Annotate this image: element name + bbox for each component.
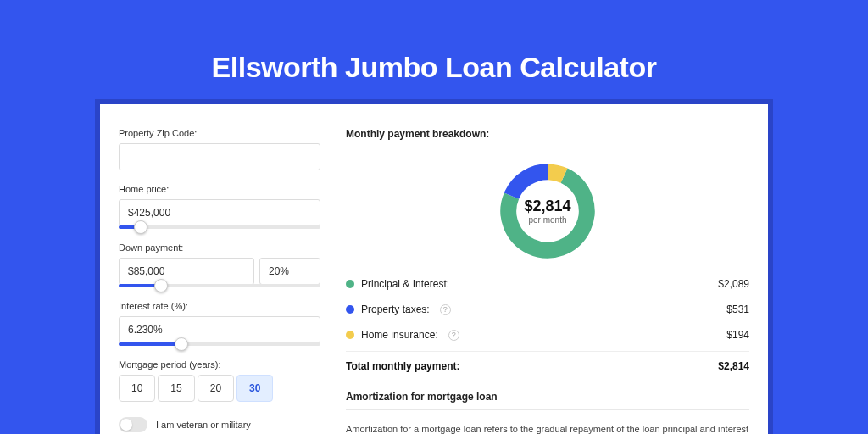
down-payment-pct-input[interactable] bbox=[259, 258, 320, 285]
interest-slider[interactable] bbox=[119, 342, 320, 346]
period-btn-10[interactable]: 10 bbox=[119, 375, 155, 402]
home-price-input[interactable] bbox=[119, 199, 320, 226]
donut-wrap: $2,814 per month bbox=[346, 159, 749, 263]
dot-blue-icon bbox=[346, 305, 354, 314]
down-payment-group: Down payment: bbox=[119, 242, 320, 287]
down-payment-slider-thumb[interactable] bbox=[154, 279, 168, 292]
amortization-title: Amortization for mortgage loan bbox=[346, 391, 749, 403]
card-shadow: Property Zip Code: Home price: Down paym… bbox=[95, 99, 773, 434]
donut-amount: $2,814 bbox=[524, 198, 570, 215]
dot-green-icon bbox=[346, 280, 354, 288]
home-price-slider-thumb[interactable] bbox=[134, 220, 147, 234]
legend-taxes-left: Property taxes: ? bbox=[346, 303, 451, 315]
legend-insurance-value: $194 bbox=[726, 329, 749, 341]
interest-input[interactable] bbox=[119, 316, 320, 343]
zip-input[interactable] bbox=[119, 143, 320, 170]
legend-insurance-label: Home insurance: bbox=[361, 329, 438, 341]
breakdown-title: Monthly payment breakdown: bbox=[346, 128, 749, 140]
down-payment-label: Down payment: bbox=[119, 242, 320, 253]
home-price-group: Home price: bbox=[119, 184, 320, 229]
legend-principal-left: Principal & Interest: bbox=[346, 278, 449, 290]
down-payment-input[interactable] bbox=[119, 258, 254, 285]
veteran-toggle[interactable] bbox=[119, 417, 147, 432]
divider bbox=[346, 409, 749, 410]
period-label: Mortgage period (years): bbox=[119, 359, 320, 370]
form-column: Property Zip Code: Home price: Down paym… bbox=[119, 128, 320, 434]
legend-principal-value: $2,089 bbox=[718, 278, 749, 290]
legend-principal: Principal & Interest: $2,089 bbox=[346, 278, 749, 290]
home-price-label: Home price: bbox=[119, 184, 320, 194]
period-group: Mortgage period (years): 10 15 20 30 bbox=[119, 359, 320, 402]
amortization-text: Amortization for a mortgage loan refers … bbox=[346, 422, 749, 434]
period-buttons: 10 15 20 30 bbox=[119, 375, 320, 402]
legend-taxes: Property taxes: ? $531 bbox=[346, 303, 749, 315]
total-label: Total monthly payment: bbox=[346, 360, 459, 372]
total-row: Total monthly payment: $2,814 bbox=[346, 351, 749, 372]
interest-slider-thumb[interactable] bbox=[175, 337, 188, 351]
help-icon[interactable]: ? bbox=[448, 330, 459, 341]
down-payment-row bbox=[119, 258, 320, 285]
donut-center: $2,814 per month bbox=[496, 159, 599, 263]
page-title: Ellsworth Jumbo Loan Calculator bbox=[212, 51, 657, 84]
donut-sub: per month bbox=[528, 215, 566, 225]
veteran-label: I am veteran or military bbox=[156, 420, 251, 430]
interest-slider-fill bbox=[119, 342, 181, 346]
divider bbox=[346, 147, 749, 147]
legend-insurance-left: Home insurance: ? bbox=[346, 329, 459, 341]
period-btn-30[interactable]: 30 bbox=[236, 375, 273, 402]
legend-taxes-value: $531 bbox=[726, 303, 749, 315]
veteran-toggle-knob bbox=[120, 419, 132, 431]
interest-group: Interest rate (%): bbox=[119, 301, 320, 346]
veteran-row: I am veteran or military bbox=[119, 417, 320, 432]
zip-label: Property Zip Code: bbox=[119, 128, 320, 138]
page-root: Ellsworth Jumbo Loan Calculator Property… bbox=[0, 0, 868, 434]
dot-yellow-icon bbox=[346, 331, 354, 339]
period-btn-20[interactable]: 20 bbox=[198, 375, 234, 402]
down-payment-slider[interactable] bbox=[119, 284, 320, 287]
legend-taxes-label: Property taxes: bbox=[361, 303, 430, 315]
interest-label: Interest rate (%): bbox=[119, 301, 320, 311]
legend-principal-label: Principal & Interest: bbox=[361, 278, 449, 290]
help-icon[interactable]: ? bbox=[440, 304, 451, 315]
breakdown-column: Monthly payment breakdown: $2,814 pe bbox=[346, 128, 749, 434]
total-value: $2,814 bbox=[718, 360, 749, 372]
columns: Property Zip Code: Home price: Down paym… bbox=[119, 128, 749, 434]
donut-chart: $2,814 per month bbox=[496, 159, 599, 263]
period-btn-15[interactable]: 15 bbox=[158, 375, 194, 402]
calculator-card: Property Zip Code: Home price: Down paym… bbox=[100, 104, 768, 434]
home-price-slider[interactable] bbox=[119, 225, 320, 229]
legend-insurance: Home insurance: ? $194 bbox=[346, 329, 749, 341]
zip-group: Property Zip Code: bbox=[119, 128, 320, 170]
